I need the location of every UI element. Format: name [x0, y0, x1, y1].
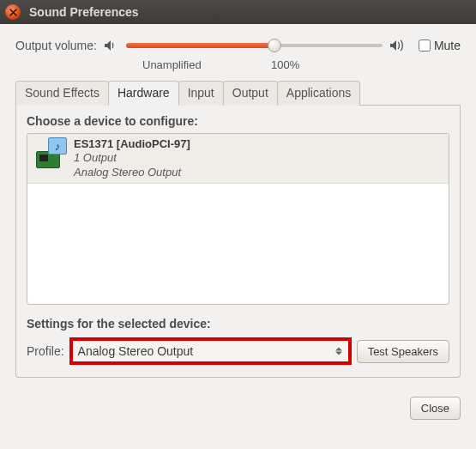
tabs: Sound Effects Hardware Input Output Appl…	[15, 80, 461, 106]
window-title: Sound Preferences	[29, 5, 139, 19]
settings-label: Settings for the selected device:	[27, 317, 449, 331]
close-button[interactable]: Close	[410, 397, 461, 420]
output-volume-label: Output volume:	[15, 39, 97, 52]
output-volume-row: Output volume: Mute	[15, 36, 461, 55]
scale-100: 100%	[271, 58, 299, 71]
output-volume-slider[interactable]	[126, 36, 383, 55]
scale-unamplified: Unamplified	[142, 58, 271, 71]
titlebar: Sound Preferences	[0, 0, 476, 24]
mute-label: Mute	[434, 39, 461, 52]
choose-device-label: Choose a device to configure:	[27, 114, 449, 128]
device-list[interactable]: ♪ ES1371 [AudioPCI-97] 1 Output Analog S…	[27, 133, 449, 305]
tab-panel-hardware: Choose a device to configure: ♪ ES1371 […	[15, 106, 461, 378]
tab-output[interactable]: Output	[223, 81, 278, 106]
sound-card-icon: ♪	[33, 137, 67, 172]
tab-hardware[interactable]: Hardware	[108, 81, 179, 106]
chevron-updown-icon	[334, 348, 343, 355]
tab-applications[interactable]: Applications	[277, 81, 361, 106]
mute-checkbox[interactable]: Mute	[419, 39, 461, 52]
speaker-high-icon	[389, 39, 407, 52]
device-profile: Analog Stereo Output	[74, 166, 190, 179]
test-speakers-button[interactable]: Test Speakers	[357, 340, 449, 363]
close-icon[interactable]	[5, 4, 21, 20]
speaker-low-icon	[104, 39, 119, 52]
mute-checkbox-input[interactable]	[419, 39, 431, 52]
profile-select-value: Analog Stereo Output	[78, 344, 194, 358]
device-item[interactable]: ♪ ES1371 [AudioPCI-97] 1 Output Analog S…	[27, 134, 449, 184]
tab-input[interactable]: Input	[178, 81, 224, 106]
tab-sound-effects[interactable]: Sound Effects	[15, 81, 109, 106]
device-outputs: 1 Output	[74, 151, 190, 165]
device-name: ES1371 [AudioPCI-97]	[74, 137, 190, 151]
profile-select[interactable]: Analog Stereo Output	[69, 337, 352, 365]
volume-scale: Unamplified 100%	[15, 58, 461, 71]
profile-label: Profile:	[27, 344, 64, 358]
